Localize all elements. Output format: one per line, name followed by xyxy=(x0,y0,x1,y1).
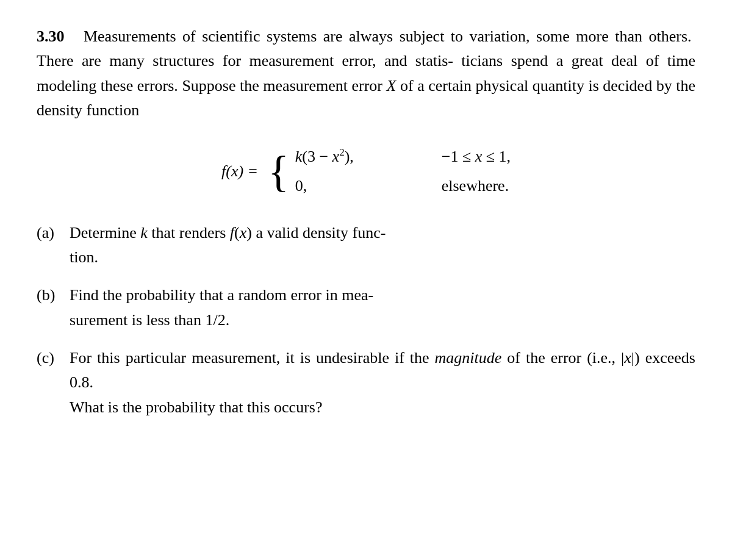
part-a-label: (a) xyxy=(37,221,70,245)
case-row-2: 0, elsewhere. xyxy=(295,174,511,198)
part-c: (c) For this particular measurement, it … xyxy=(37,346,695,420)
cases: k(3 − x2), −1 ≤ x ≤ 1, 0, elsewhere. xyxy=(295,145,511,199)
part-a: (a) Determine k that renders f(x) a vali… xyxy=(37,221,695,270)
case1-formula: k(3 − x2), xyxy=(295,145,417,169)
problem-intro: 3.30 Measurements of scientific systems … xyxy=(37,24,695,123)
parts-container: (a) Determine k that renders f(x) a vali… xyxy=(37,221,695,420)
part-c-label: (c) xyxy=(37,346,70,370)
left-brace: { xyxy=(268,149,289,193)
brace-container: { k(3 − x2), −1 ≤ x ≤ 1, 0, elsewhere. xyxy=(268,145,511,199)
function-label: f(x) = xyxy=(221,159,258,184)
problem-number: 3.30 xyxy=(37,27,65,45)
part-b: (b) Find the probability that a random e… xyxy=(37,283,695,332)
problem-content: 3.30 Measurements of scientific systems … xyxy=(37,24,695,433)
piecewise-function: f(x) = { k(3 − x2), −1 ≤ x ≤ 1, 0, elsew… xyxy=(37,145,695,199)
case2-condition: elsewhere. xyxy=(442,174,509,198)
part-b-text: Find the probability that a random error… xyxy=(70,283,373,332)
part-b-label: (b) xyxy=(37,283,70,307)
case2-formula: 0, xyxy=(295,174,417,198)
case-row-1: k(3 − x2), −1 ≤ x ≤ 1, xyxy=(295,145,511,169)
intro-text: Measurements of scientific systems are a… xyxy=(37,27,695,119)
part-a-text: Determine k that renders f(x) a valid de… xyxy=(70,221,386,270)
case1-condition: −1 ≤ x ≤ 1, xyxy=(442,145,511,169)
part-c-text: For this particular measurement, it is u… xyxy=(70,346,695,420)
